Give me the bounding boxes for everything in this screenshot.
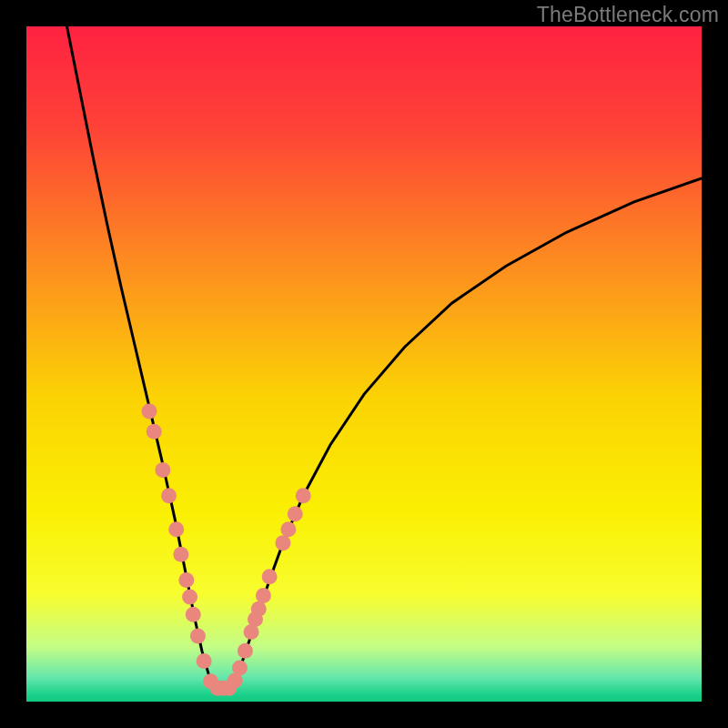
data-marker xyxy=(190,629,206,644)
watermark-text: TheBottleneck.com xyxy=(537,3,719,27)
data-marker xyxy=(262,569,278,584)
data-marker xyxy=(232,660,248,675)
data-marker xyxy=(155,462,170,478)
data-marker xyxy=(142,403,157,419)
data-marker xyxy=(275,535,290,551)
data-marker xyxy=(238,643,253,659)
data-marker xyxy=(197,653,212,669)
data-marker xyxy=(173,547,188,562)
gradient-background xyxy=(26,26,702,702)
data-marker xyxy=(147,424,162,440)
data-marker xyxy=(161,488,177,503)
data-marker xyxy=(251,602,267,617)
plot-area xyxy=(26,26,702,702)
data-marker xyxy=(296,488,311,503)
data-marker xyxy=(178,572,194,588)
data-marker xyxy=(182,589,197,604)
data-marker xyxy=(288,506,303,521)
data-marker xyxy=(280,521,296,537)
chart-frame: TheBottleneck.com xyxy=(0,0,728,728)
data-marker xyxy=(168,521,184,537)
data-marker xyxy=(186,607,201,622)
data-marker xyxy=(256,588,271,603)
